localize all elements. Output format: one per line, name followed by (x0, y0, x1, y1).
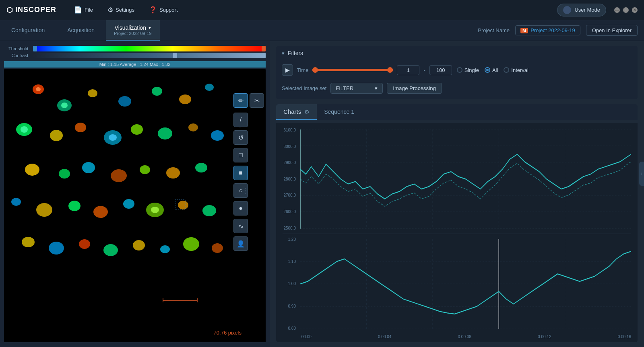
svg-point-41 (21, 126, 28, 133)
filled-circle-icon: ● (239, 205, 243, 212)
charts-tab[interactable]: Charts ⚙ (276, 104, 317, 120)
visualization-tab[interactable]: Visualization ▾ Project 2022-09-19 (106, 20, 160, 41)
svg-point-23 (11, 198, 21, 206)
settings-menu[interactable]: ⚙ Settings (102, 4, 140, 16)
minimize-button[interactable]: — (614, 7, 620, 13)
y-tick-110: 1.10 (288, 259, 296, 264)
chart-svg-1 (300, 129, 631, 229)
filters-header[interactable]: ▾ Filters (276, 46, 638, 60)
time-slider[interactable] (312, 69, 393, 71)
time-start-input[interactable] (397, 65, 419, 75)
y-tick-120: 1.20 (288, 237, 296, 242)
filled-rect-tool-button[interactable]: ■ (233, 166, 248, 180)
filters-chevron-icon: ▾ (282, 50, 285, 56)
interval-radio[interactable]: Interval (504, 67, 528, 73)
close-button[interactable]: ✕ (632, 7, 638, 13)
image-container: 70.76 pixels ⤢ (4, 69, 266, 342)
line-tool-button[interactable]: / (233, 113, 248, 127)
person-icon: 👤 (237, 240, 245, 248)
svg-point-24 (36, 203, 52, 217)
single-radio[interactable]: Single (457, 67, 479, 73)
svg-point-35 (133, 240, 145, 250)
svg-point-31 (22, 237, 35, 247)
charts-section: Charts ⚙ Sequence 1 3100.0 3000.0 2900.0… (276, 104, 638, 342)
panel-drag-handle[interactable] (244, 188, 247, 194)
all-label: All (492, 67, 498, 73)
right-edge-handle[interactable]: › (639, 162, 644, 186)
charts-tab-label: Charts (283, 108, 301, 115)
svg-point-19 (111, 169, 127, 182)
freehand-tool-button[interactable]: ∿ (233, 219, 248, 233)
y-tick-2500: 2500.0 (283, 226, 296, 230)
all-radio[interactable]: All (485, 67, 498, 73)
x-tick-16: 0:00:16 (618, 335, 631, 339)
threshold-label: Threshold (4, 46, 28, 51)
titlebar-right: User Mode — □ ✕ (557, 4, 638, 16)
scissors-tool-button[interactable]: ✂ (250, 93, 264, 108)
settings-label: Settings (116, 7, 134, 13)
svg-point-13 (158, 127, 172, 140)
y-tick-2700: 2700.0 (283, 193, 296, 197)
left-panel: Threshold Contrast Min : 1.15 Average : … (0, 41, 270, 347)
microscope-image (4, 69, 266, 342)
svg-point-14 (188, 123, 198, 131)
y-tick-090: 0.90 (288, 304, 296, 308)
chevron-down-icon: ▾ (375, 85, 378, 91)
svg-point-30 (202, 205, 216, 216)
slider-handle-left[interactable] (312, 67, 318, 73)
svg-point-38 (212, 243, 223, 253)
slider-fill (312, 69, 393, 71)
time-end-input[interactable] (429, 65, 452, 75)
slider-handle-right[interactable] (387, 67, 393, 73)
y-axis-2: 1.20 1.10 1.00 0.90 0.80 (276, 236, 298, 332)
rect-tool-button[interactable]: □ (233, 148, 248, 162)
svg-point-10 (75, 123, 86, 132)
interval-radio-circle (504, 67, 509, 73)
logo-icon: ⬡ (6, 6, 13, 14)
svg-point-36 (160, 245, 170, 253)
y-tick-2900: 2900.0 (283, 160, 296, 165)
all-radio-dot (486, 69, 489, 71)
window-controls: — □ ✕ (614, 7, 638, 13)
navbar: Configuration Acquisition Visualization … (0, 20, 644, 41)
pen-tool-button[interactable]: ✏ (233, 93, 248, 108)
open-explorer-button[interactable]: Open In Explorer (586, 25, 638, 36)
person-tool-button[interactable]: 👤 (233, 236, 248, 251)
filled-circle-tool-button[interactable]: ● (233, 201, 248, 216)
charts-settings-icon[interactable]: ⚙ (304, 109, 310, 115)
svg-point-9 (50, 130, 63, 141)
freehand-icon: ∿ (238, 222, 244, 230)
chart-svg-2 (300, 239, 631, 329)
radio-group: Single All Interval (457, 67, 528, 73)
play-button[interactable]: ▶ (282, 64, 293, 76)
user-mode-button[interactable]: User Mode (557, 4, 606, 16)
maximize-button[interactable]: □ (623, 7, 629, 13)
acquisition-tab[interactable]: Acquisition (56, 20, 106, 41)
configuration-tab[interactable]: Configuration (0, 20, 56, 41)
chevron-down-icon: ▾ (149, 25, 151, 31)
scissors-icon: ✂ (254, 97, 260, 105)
image-set-dropdown[interactable]: FILTER ▾ (330, 83, 383, 94)
contrast-handle[interactable] (173, 53, 177, 58)
line-icon: / (240, 116, 242, 123)
y-tick-2600: 2600.0 (283, 209, 296, 214)
nav-right: Project Name M Project 2022-09-19 Open I… (478, 20, 644, 41)
top-tool-group: ✏ ✂ (233, 93, 264, 108)
image-set-row: Selected Image set FILTER ▾ Image Proces… (282, 83, 632, 94)
project-name-badge: M Project 2022-09-19 (515, 25, 580, 35)
threshold-handle-left[interactable] (33, 46, 37, 51)
single-radio-circle (457, 67, 462, 73)
interval-label: Interval (511, 67, 528, 73)
threshold-handle-right[interactable] (262, 46, 266, 51)
support-label: Support (159, 7, 178, 13)
circle-icon: ○ (239, 187, 243, 194)
y-tick-3000: 3000.0 (283, 144, 296, 149)
image-processing-button[interactable]: Image Processing (387, 83, 442, 94)
svg-point-40 (61, 103, 68, 108)
support-menu[interactable]: ❓ Support (143, 4, 184, 16)
file-menu[interactable]: 📄 File (68, 4, 99, 16)
x-tick-12: 0:00:12 (538, 335, 551, 339)
x-tick-0: :00:00 (300, 335, 312, 339)
sequence-tab[interactable]: Sequence 1 (317, 105, 361, 120)
rotate-tool-button[interactable]: ↺ (233, 130, 248, 145)
